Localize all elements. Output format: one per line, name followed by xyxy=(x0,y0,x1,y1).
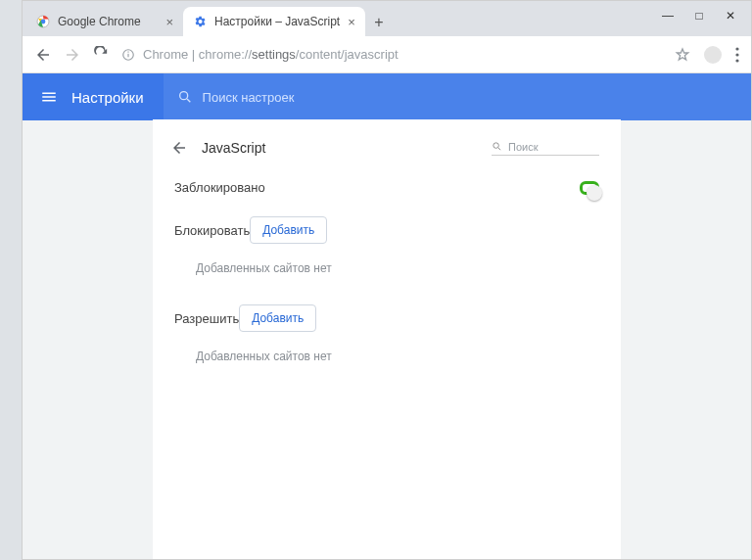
new-tab-button[interactable]: + xyxy=(365,9,393,36)
tab-google-chrome[interactable]: Google Chrome × xyxy=(26,7,183,36)
page-search-placeholder: Поиск xyxy=(508,141,538,153)
tab-strip: Google Chrome × Настройки – JavaScript ×… xyxy=(23,1,751,36)
window-minimize-button[interactable]: — xyxy=(661,9,675,23)
address-bar[interactable]: Chrome | chrome://settings/content/javas… xyxy=(121,47,663,62)
settings-header: Настройки xyxy=(23,73,751,120)
blocked-row: Заблокировано xyxy=(153,166,621,209)
svg-point-8 xyxy=(179,92,187,100)
back-button[interactable] xyxy=(34,46,52,64)
menu-dots-icon[interactable] xyxy=(735,47,739,63)
reload-button[interactable] xyxy=(93,46,110,63)
chrome-icon xyxy=(36,15,50,28)
page-title: JavaScript xyxy=(202,140,265,156)
toggle-highlight xyxy=(580,181,599,195)
browser-toolbar: Chrome | chrome://settings/content/javas… xyxy=(23,36,751,73)
omnibox-secure-label: Chrome | chrome://settings/content/javas… xyxy=(143,47,399,62)
svg-line-9 xyxy=(187,99,190,102)
settings-card: JavaScript Поиск Заблокировано Блокирова… xyxy=(153,119,621,559)
gear-icon xyxy=(193,15,207,28)
svg-point-10 xyxy=(494,143,499,149)
close-icon[interactable]: × xyxy=(348,15,355,29)
allow-section-label: Разрешить xyxy=(174,311,239,326)
info-icon xyxy=(121,48,135,62)
forward-button xyxy=(64,46,81,64)
svg-rect-4 xyxy=(127,51,128,52)
svg-line-11 xyxy=(498,148,500,150)
window-maximize-button[interactable]: □ xyxy=(692,9,706,23)
back-arrow-button[interactable] xyxy=(170,139,188,157)
tab-settings-javascript[interactable]: Настройки – JavaScript × xyxy=(183,7,365,36)
search-icon xyxy=(177,89,193,105)
content-area: JavaScript Поиск Заблокировано Блокирова… xyxy=(23,120,751,559)
svg-point-6 xyxy=(735,53,738,56)
profile-avatar[interactable] xyxy=(704,46,722,64)
blocked-label: Заблокировано xyxy=(174,180,265,195)
settings-search-input[interactable] xyxy=(203,90,399,105)
close-icon[interactable]: × xyxy=(165,15,173,29)
search-icon xyxy=(492,141,502,152)
block-empty-text: Добавленных сайтов нет xyxy=(153,252,621,283)
window-close-button[interactable]: ✕ xyxy=(724,9,737,23)
star-icon[interactable] xyxy=(675,47,690,63)
svg-rect-3 xyxy=(127,53,128,57)
add-block-button[interactable]: Добавить xyxy=(250,216,327,244)
add-allow-button[interactable]: Добавить xyxy=(239,304,316,332)
tab-label: Google Chrome xyxy=(58,15,141,28)
settings-search[interactable] xyxy=(164,73,751,120)
hamburger-icon[interactable] xyxy=(40,88,58,106)
block-section-label: Блокировать xyxy=(174,223,250,238)
tab-label: Настройки – JavaScript xyxy=(214,15,340,28)
page-search[interactable]: Поиск xyxy=(492,141,599,156)
svg-point-7 xyxy=(735,59,738,62)
svg-point-5 xyxy=(735,47,738,50)
settings-title: Настройки xyxy=(71,89,144,106)
allow-empty-text: Добавленных сайтов нет xyxy=(153,340,621,371)
